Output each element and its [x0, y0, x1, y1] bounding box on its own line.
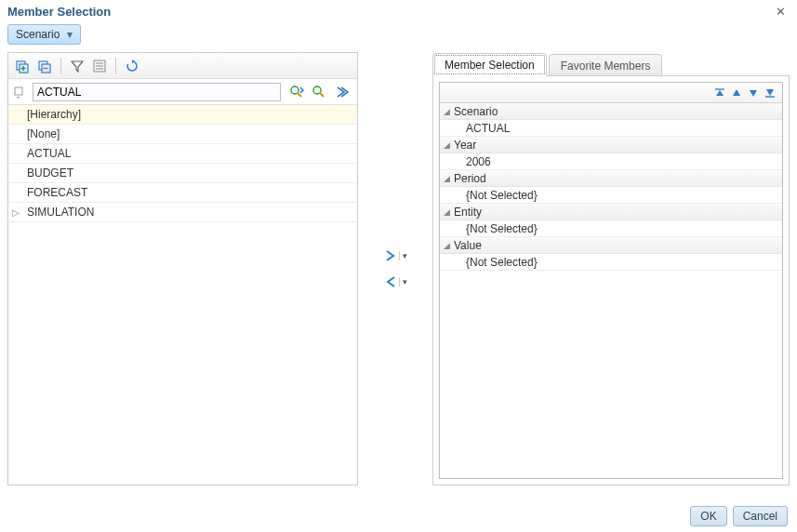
toolbar-separator [60, 58, 61, 74]
search-row [8, 79, 357, 105]
dimension-dropdown[interactable]: Scenario ▾ [7, 24, 81, 45]
available-members-panel: [Hierarchy] [None] ACTUAL BUDGET FORECAS… [7, 52, 358, 485]
selection-group-header[interactable]: ◢ Value [440, 237, 782, 254]
dimension-row: Scenario ▾ [0, 20, 797, 52]
svg-point-14 [313, 86, 321, 94]
tree-row-label: ACTUAL [27, 147, 71, 160]
collapse-icon: ◢ [444, 107, 450, 116]
selection-value-label: 2006 [466, 155, 491, 168]
available-members-tree: [Hierarchy] [None] ACTUAL BUDGET FORECAS… [8, 105, 357, 485]
selection-tree: ◢ Scenario ACTUAL ◢ Year 2006 [440, 103, 782, 478]
selection-group-value[interactable]: {Not Selected} [440, 220, 782, 237]
find-icon[interactable] [288, 84, 305, 100]
tree-row[interactable]: ▷ SIMULATION [8, 203, 357, 222]
ok-button[interactable]: OK [690, 506, 726, 526]
deselect-icon[interactable] [36, 58, 53, 74]
tree-row-label: FORECAST [27, 186, 87, 199]
dialog-header: Member Selection ✕ [0, 0, 797, 20]
tab-label: Favorite Members [561, 60, 651, 73]
collapse-icon: ◢ [444, 241, 450, 250]
selection-group-header[interactable]: ◢ Scenario [440, 103, 782, 120]
selection-group-value[interactable]: {Not Selected} [440, 254, 782, 271]
selection-group-name: Year [454, 139, 476, 152]
selection-group-name: Entity [454, 206, 482, 219]
close-icon[interactable]: ✕ [772, 5, 790, 19]
selection-group-name: Value [454, 239, 482, 252]
order-toolbar [440, 83, 782, 103]
move-top-icon[interactable] [713, 86, 726, 100]
selected-members-panel: Member Selection Favorite Members [432, 52, 790, 485]
tabs: Member Selection Favorite Members [432, 52, 790, 76]
tree-row-label: SIMULATION [27, 206, 94, 219]
svg-line-15 [320, 93, 324, 97]
move-bottom-icon[interactable] [764, 86, 777, 100]
collapse-icon: ◢ [444, 140, 450, 150]
remove-member-button[interactable]: ▾ [384, 275, 407, 288]
collapse-icon: ◢ [444, 207, 450, 217]
add-member-button[interactable]: ▾ [384, 249, 407, 262]
right-inner: ◢ Scenario ACTUAL ◢ Year 2006 [439, 82, 783, 479]
selection-value-label: {Not Selected} [466, 256, 538, 269]
collapse-icon: ◢ [444, 174, 450, 183]
find-next-icon[interactable] [311, 84, 327, 100]
tree-row[interactable]: FORECAST [8, 183, 357, 203]
member-search-input[interactable] [33, 83, 281, 101]
tree-row-label: BUDGET [27, 166, 73, 180]
svg-line-13 [298, 93, 301, 97]
refresh-icon[interactable] [124, 58, 140, 74]
chevron-down-icon: ▾ [67, 28, 73, 41]
filter-icon[interactable] [69, 58, 86, 74]
search-actions [285, 84, 353, 100]
select-plus-icon[interactable] [14, 58, 31, 74]
dialog-footer: OK Cancel [690, 506, 788, 526]
toolbar-separator [115, 58, 116, 74]
selection-group-value[interactable]: 2006 [440, 153, 782, 170]
dimension-dropdown-label: Scenario [16, 28, 60, 41]
selection-value-label: {Not Selected} [466, 222, 538, 235]
selection-group-header[interactable]: ◢ Entity [440, 204, 782, 220]
member-selection-dialog: Member Selection ✕ Scenario ▾ [0, 0, 797, 532]
svg-rect-11 [15, 87, 22, 95]
chevron-down-icon: ▾ [399, 251, 407, 260]
selection-value-label: {Not Selected} [466, 189, 538, 202]
tree-row[interactable]: [Hierarchy] [8, 105, 357, 125]
tree-row[interactable]: BUDGET [8, 164, 357, 183]
selection-group-value[interactable]: {Not Selected} [440, 187, 782, 204]
move-down-icon[interactable] [747, 86, 760, 100]
tab-label: Member Selection [445, 59, 535, 72]
move-buttons-column: ▾ ▾ [362, 52, 429, 485]
left-toolbar [8, 53, 357, 79]
cancel-button[interactable]: Cancel [733, 506, 788, 526]
selection-group-header[interactable]: ◢ Year [440, 137, 782, 153]
selection-group-header[interactable]: ◢ Period [440, 170, 782, 187]
selection-value-label: ACTUAL [466, 122, 510, 135]
main-area: [Hierarchy] [None] ACTUAL BUDGET FORECAS… [0, 52, 797, 485]
right-box: ◢ Scenario ACTUAL ◢ Year 2006 [432, 75, 790, 485]
tab-member-selection[interactable]: Member Selection [432, 53, 547, 76]
selection-group-name: Scenario [454, 105, 498, 118]
selection-group-name: Period [454, 172, 486, 185]
chevron-down-icon: ▾ [399, 277, 407, 286]
svg-point-12 [291, 86, 299, 94]
tree-row-label: [None] [27, 127, 60, 140]
chevron-right-icon [384, 249, 397, 262]
chevron-left-icon [384, 275, 397, 288]
list-icon[interactable] [91, 58, 108, 74]
move-up-icon[interactable] [730, 86, 743, 100]
tree-row[interactable]: [None] [8, 125, 357, 144]
expand-icon[interactable]: ▷ [12, 207, 20, 218]
dialog-title: Member Selection [7, 5, 111, 19]
tab-favorite-members[interactable]: Favorite Members [549, 54, 663, 76]
tree-row[interactable]: ACTUAL [8, 144, 357, 164]
search-dropdown-icon[interactable] [12, 84, 29, 100]
selection-group-value[interactable]: ACTUAL [440, 120, 782, 137]
next-arrow-icon[interactable] [333, 84, 350, 100]
tree-row-label: [Hierarchy] [27, 108, 81, 121]
